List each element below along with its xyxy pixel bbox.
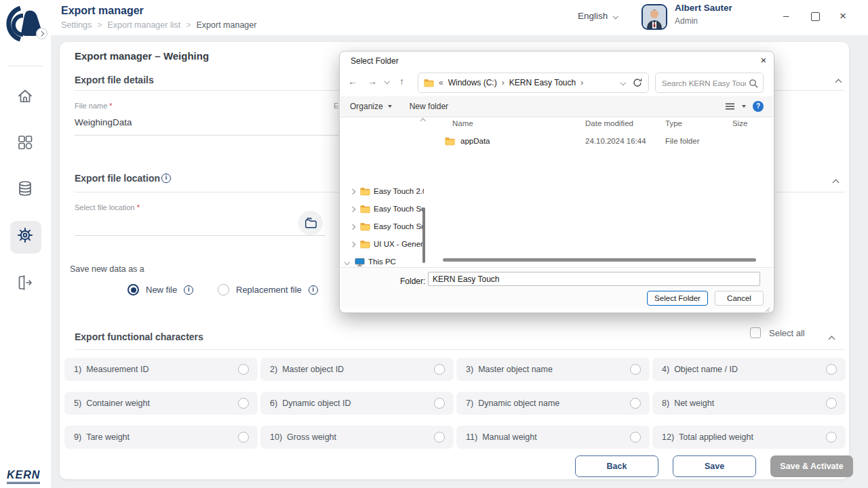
folder-name-input[interactable] (428, 272, 760, 286)
radio-unselected[interactable] (238, 432, 249, 443)
column-header-type[interactable]: Type (665, 119, 682, 127)
chevron-right-icon[interactable] (350, 242, 355, 247)
new-folder-button[interactable]: New folder (410, 102, 448, 111)
column-header-date-modified[interactable]: Date modified (585, 119, 633, 127)
chevron-down-icon[interactable] (344, 260, 350, 265)
search-input[interactable] (660, 74, 747, 93)
sidebar-expand-button[interactable] (36, 28, 47, 39)
address-bar[interactable]: « Windows (C:)›KERN Easy Touch› (418, 73, 649, 93)
functional-character-item[interactable]: 7)Dynamic object name (456, 392, 650, 415)
select-all-control[interactable]: Select all (750, 327, 805, 338)
tree-scrollbar[interactable] (422, 207, 425, 263)
sidebar-item-database[interactable] (16, 179, 35, 198)
search-box[interactable] (655, 73, 764, 93)
radio-unselected[interactable] (238, 398, 249, 409)
chevron-right-icon[interactable] (350, 207, 355, 212)
functional-character-item[interactable]: 8)Net weight (652, 392, 846, 415)
radio-unselected[interactable] (826, 398, 837, 409)
radio-unselected[interactable] (218, 284, 229, 296)
radio-unselected[interactable] (826, 432, 837, 443)
tree-item[interactable]: Easy Touch Sup (340, 219, 427, 235)
radio-unselected[interactable] (630, 432, 641, 443)
footer-button-save[interactable]: Save (673, 455, 756, 477)
tree-item-label: Easy Touch Sup (374, 222, 424, 230)
cancel-button[interactable]: Cancel (715, 291, 764, 306)
functional-character-item[interactable]: 11)Manual weight (456, 426, 650, 449)
functional-character-item[interactable]: 9)Tare weight (64, 426, 258, 449)
chevron-right-icon[interactable] (350, 224, 355, 230)
collapse-section-button[interactable] (829, 332, 834, 344)
address-dropdown-chevron-icon[interactable] (620, 80, 625, 85)
radio-unselected[interactable] (826, 364, 837, 375)
back-button[interactable]: ← (348, 76, 357, 87)
address-prefix: « (438, 78, 444, 87)
view-caret-icon[interactable] (742, 105, 746, 108)
chevron-right-icon[interactable] (350, 189, 355, 195)
functional-character-item[interactable]: 3)Master object name (456, 358, 650, 381)
maximize-button[interactable] (811, 12, 820, 21)
dialog-close-button[interactable]: × (756, 54, 771, 68)
radio-unselected[interactable] (630, 398, 641, 409)
collapse-section-button[interactable] (836, 75, 841, 87)
file-row[interactable]: appData24.10.2024 16:44File folder (428, 134, 770, 150)
up-button[interactable]: ↑ (399, 76, 404, 87)
breadcrumb-separator: > (186, 20, 191, 30)
sidebar-item-settings[interactable] (16, 226, 35, 245)
functional-character-item[interactable]: 2)Master object ID (260, 358, 454, 381)
save-option[interactable]: Replacement filei (218, 284, 318, 296)
tree-item[interactable]: UI UX - Genera (340, 237, 427, 253)
tree-item[interactable]: Easy Touch Sup (340, 201, 427, 218)
radio-unselected[interactable] (238, 364, 249, 375)
sidebar-item-apps[interactable] (16, 133, 35, 152)
radio-selected[interactable] (127, 284, 139, 296)
radio-unselected[interactable] (434, 398, 445, 409)
minimize-button[interactable]: – (783, 9, 789, 21)
forward-button[interactable]: → (368, 76, 377, 87)
radio-unselected[interactable] (434, 432, 445, 443)
help-icon[interactable]: ? (753, 101, 764, 112)
radio-unselected[interactable] (434, 364, 445, 375)
input-underline (75, 235, 326, 236)
recent-locations-chevron-icon[interactable] (384, 79, 390, 84)
save-option[interactable]: New filei (127, 284, 193, 296)
sidebar-item-home[interactable] (16, 87, 35, 106)
collapse-section-button[interactable] (833, 176, 838, 188)
language-selector[interactable]: English (578, 11, 618, 21)
info-icon[interactable]: i (161, 174, 171, 183)
avatar[interactable] (642, 4, 667, 30)
tree-item[interactable]: Easy Touch 2.0 (340, 184, 427, 200)
sidebar-item-logout[interactable] (16, 273, 35, 292)
sort-ascending-icon[interactable] (421, 115, 425, 125)
horizontal-scrollbar[interactable] (443, 258, 756, 262)
functional-character-item[interactable]: 12)Total applied weight (652, 426, 846, 449)
organize-button[interactable]: Organize (350, 102, 392, 111)
info-icon[interactable]: i (184, 285, 193, 295)
footer-button-back[interactable]: Back (575, 455, 658, 477)
functional-character-item[interactable]: 1)Measurement ID (64, 358, 258, 381)
select-folder-button[interactable]: Select Folder (647, 291, 708, 306)
breadcrumb-item[interactable]: Settings (61, 20, 92, 30)
functional-character-item[interactable]: 10)Gross weight (260, 426, 454, 449)
functional-character-item[interactable]: 6)Dynamic object ID (260, 392, 454, 415)
list-view-icon[interactable] (725, 102, 735, 111)
column-header-size[interactable]: Size (732, 119, 747, 127)
breadcrumb-item[interactable]: Export manager (196, 20, 256, 30)
breadcrumb: Settings>Export manager list>Export mana… (61, 20, 262, 30)
tree-item[interactable]: This PC (340, 254, 427, 266)
resize-grip[interactable] (765, 305, 770, 310)
address-segment[interactable]: KERN Easy Touch (509, 78, 576, 87)
footer-button-save-activate[interactable]: Save & Activate (770, 455, 853, 477)
functional-character-item[interactable]: 5)Container weight (64, 392, 258, 415)
column-header-name[interactable]: Name (452, 119, 473, 127)
radio-unselected[interactable] (630, 364, 641, 375)
functional-character-item[interactable]: 4)Object name / ID (652, 358, 846, 381)
refresh-icon[interactable] (633, 78, 642, 87)
browse-folder-button[interactable] (298, 211, 323, 235)
close-button[interactable]: × (840, 9, 846, 23)
file-name-input[interactable]: WeighingData (75, 117, 132, 127)
breadcrumb-item[interactable]: Export manager list (107, 20, 180, 30)
address-segment[interactable]: Windows (C:) (448, 78, 497, 87)
select-all-checkbox[interactable] (750, 327, 761, 338)
item-label: Master object name (478, 365, 553, 374)
info-icon[interactable]: i (309, 285, 318, 295)
